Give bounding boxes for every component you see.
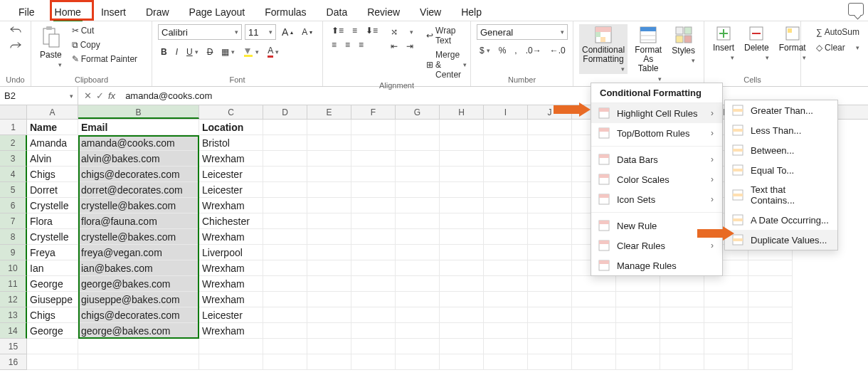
conditional-formatting-button[interactable]: Conditional Formatting▾ — [579, 24, 628, 74]
cell[interactable]: Dorret — [27, 182, 78, 198]
cell[interactable] — [440, 292, 484, 307]
cell[interactable] — [748, 292, 793, 307]
decrease-decimal-icon[interactable]: ←.0 — [547, 44, 568, 57]
cell[interactable] — [396, 276, 440, 292]
decrease-font-icon[interactable]: A▾ — [299, 26, 315, 38]
bold-button[interactable]: B — [158, 46, 170, 58]
cell[interactable] — [351, 135, 396, 151]
column-header[interactable]: H — [440, 105, 484, 119]
redo-icon[interactable] — [10, 40, 21, 51]
percent-button[interactable]: % — [496, 44, 509, 57]
cell[interactable] — [484, 151, 528, 167]
cell[interactable] — [528, 135, 572, 151]
cell[interactable] — [351, 120, 396, 135]
decrease-indent-icon[interactable]: ⇤ — [388, 40, 401, 53]
cell[interactable] — [440, 260, 484, 276]
cell[interactable] — [440, 354, 484, 370]
fill-color-button[interactable]: ▾ — [240, 46, 262, 58]
cell[interactable] — [351, 354, 396, 370]
cell[interactable] — [263, 120, 307, 135]
tab-formulas[interactable]: Formulas — [255, 2, 316, 21]
cell[interactable] — [528, 245, 572, 260]
delete-cells-button[interactable]: Delete▾ — [741, 24, 772, 63]
cell[interactable] — [396, 151, 440, 167]
cell[interactable]: Alvin — [27, 151, 78, 167]
cell[interactable]: Wrexham — [199, 292, 263, 307]
cell[interactable]: george@bakes.com — [78, 323, 199, 339]
column-header[interactable]: G — [396, 105, 440, 119]
cell[interactable] — [748, 339, 793, 354]
increase-decimal-icon[interactable]: .0→ — [523, 44, 544, 57]
cell[interactable] — [704, 323, 748, 339]
column-header[interactable]: B — [78, 105, 199, 119]
cell[interactable] — [263, 354, 307, 370]
cell[interactable] — [307, 120, 351, 135]
row-header[interactable]: 8 — [0, 229, 27, 245]
cell[interactable] — [616, 276, 660, 292]
row-header[interactable]: 13 — [0, 307, 27, 323]
menu-item-equal-to-[interactable]: Equal To... — [725, 160, 837, 180]
paste-button[interactable]: Paste ▾ — [37, 24, 65, 70]
select-all-corner[interactable] — [0, 105, 27, 119]
cell[interactable] — [660, 307, 704, 323]
cell[interactable] — [572, 323, 616, 339]
cell[interactable] — [440, 167, 484, 182]
cell[interactable] — [660, 292, 704, 307]
cell[interactable] — [351, 307, 396, 323]
cell[interactable] — [199, 339, 263, 354]
cell[interactable]: crystelle@bakes.com — [78, 198, 199, 213]
orientation-icon[interactable]: ⤭ ▾ — [388, 26, 416, 38]
cell[interactable] — [307, 354, 351, 370]
cell[interactable] — [484, 182, 528, 198]
format-as-table-button[interactable]: Format As Table▾ — [632, 24, 665, 84]
column-header[interactable]: I — [484, 105, 528, 119]
row-header[interactable]: 6 — [0, 198, 27, 213]
cell[interactable] — [660, 276, 704, 292]
cell[interactable] — [351, 198, 396, 213]
menu-item-top-bottom-rules[interactable]: Top/Bottom Rules› — [591, 123, 722, 143]
cell[interactable] — [440, 151, 484, 167]
cell[interactable]: Crystelle — [27, 229, 78, 245]
cell[interactable]: chigs@decorates.com — [78, 167, 199, 182]
cell[interactable] — [263, 339, 307, 354]
cell[interactable] — [307, 229, 351, 245]
cell[interactable] — [307, 323, 351, 339]
cell[interactable] — [484, 135, 528, 151]
font-name-select[interactable]: Calibri▾ — [158, 24, 242, 40]
cell[interactable] — [78, 339, 199, 354]
row-header[interactable]: 14 — [0, 323, 27, 339]
cell[interactable] — [396, 182, 440, 198]
cell[interactable] — [528, 182, 572, 198]
cell[interactable]: Chichester — [199, 213, 263, 229]
increase-indent-icon[interactable]: ⇥ — [403, 40, 416, 53]
cell[interactable] — [528, 292, 572, 307]
cell[interactable] — [396, 323, 440, 339]
cell[interactable] — [572, 354, 616, 370]
cell[interactable]: amanda@cooks.com — [78, 135, 199, 151]
menu-item-text-that-contains-[interactable]: Text that Contains... — [725, 180, 837, 210]
row-header[interactable]: 9 — [0, 245, 27, 260]
cell[interactable] — [528, 167, 572, 182]
row-header[interactable]: 12 — [0, 292, 27, 307]
cell[interactable] — [263, 213, 307, 229]
row-header[interactable]: 5 — [0, 182, 27, 198]
cell[interactable] — [704, 354, 748, 370]
cell[interactable] — [440, 276, 484, 292]
cell[interactable] — [396, 307, 440, 323]
cell[interactable] — [396, 339, 440, 354]
insert-cells-button[interactable]: Insert▾ — [710, 24, 737, 63]
cell[interactable] — [528, 151, 572, 167]
cell[interactable]: Liverpool — [199, 245, 263, 260]
cell[interactable] — [78, 354, 199, 370]
italic-button[interactable]: I — [173, 46, 181, 58]
cell[interactable] — [396, 260, 440, 276]
cell[interactable] — [396, 167, 440, 182]
cell[interactable] — [528, 229, 572, 245]
cell[interactable] — [396, 292, 440, 307]
menu-item-less-than-[interactable]: Less Than... — [725, 120, 837, 140]
clear-button[interactable]: ◇Clear▾ — [813, 41, 862, 54]
font-color-button[interactable]: A▾ — [265, 44, 282, 59]
tab-data[interactable]: Data — [317, 2, 358, 21]
tab-review[interactable]: Review — [357, 2, 410, 21]
cell[interactable] — [307, 151, 351, 167]
